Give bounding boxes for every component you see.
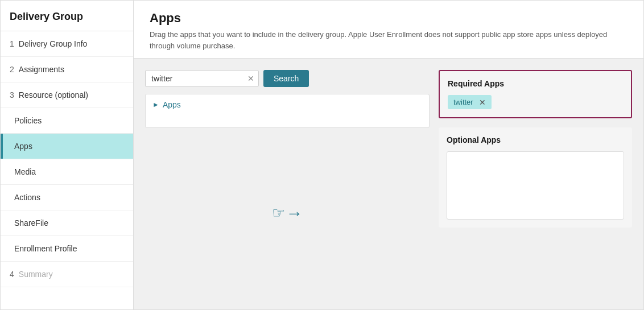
optional-apps-title: Optional Apps (447, 135, 624, 144)
sidebar-item-media[interactable]: Media (1, 159, 133, 185)
right-arrow-icon: → (286, 204, 303, 223)
sidebar-item-label: Actions (14, 193, 40, 202)
sidebar-item-enrollment-profile[interactable]: Enrollment Profile (1, 236, 133, 262)
sidebar-item-policies[interactable]: Policies (1, 108, 133, 134)
drag-area: ☞ → (145, 128, 430, 298)
sidebar-item-summary[interactable]: 4 Summary (1, 262, 133, 287)
main-header: Apps Drag the apps that you want to incl… (134, 1, 643, 59)
step-num: 3 (10, 90, 14, 100)
right-panel: Required Apps twitter ✕ Optional Apps (439, 70, 632, 298)
sidebar: Delivery Group 1 Delivery Group Info 2 A… (1, 1, 134, 309)
sidebar-item-label: Enrollment Profile (14, 244, 77, 253)
sidebar-item-delivery-group-info[interactable]: 1 Delivery Group Info (1, 31, 133, 57)
main-body: ✕ Search ► Apps ☞ → (134, 59, 643, 309)
required-apps-list: twitter ✕ (448, 95, 623, 109)
tree-section: ► Apps (145, 94, 430, 128)
search-input-wrap: ✕ (145, 70, 259, 87)
drag-arrow: ☞ → (272, 204, 303, 223)
search-bar: ✕ Search (145, 70, 430, 87)
page-description: Drag the apps that you want to include i… (150, 29, 628, 51)
sidebar-item-label: Apps (14, 142, 32, 151)
sidebar-item-label: Assignments (19, 65, 64, 74)
page-title: Apps (150, 11, 628, 26)
main-content: Apps Drag the apps that you want to incl… (134, 1, 643, 309)
sidebar-item-label: Delivery Group Info (19, 39, 88, 48)
step-num: 1 (10, 39, 14, 48)
clear-icon[interactable]: ✕ (247, 75, 254, 82)
tree-arrow-icon: ► (152, 101, 159, 109)
optional-apps-area (447, 151, 624, 220)
tree-item-label: Apps (163, 100, 181, 109)
sidebar-item-label: Media (14, 167, 36, 176)
sidebar-item-actions[interactable]: Actions (1, 185, 133, 210)
sidebar-item-label: Summary (19, 270, 53, 279)
app-tag-close-icon[interactable]: ✕ (479, 98, 486, 106)
step-num: 4 (10, 270, 14, 279)
sidebar-item-resource-optional[interactable]: 3 Resource (optional) (1, 82, 133, 108)
optional-apps-box: Optional Apps (439, 127, 632, 228)
app-tag-twitter: twitter ✕ (448, 95, 492, 109)
sidebar-item-label: Resource (optional) (19, 90, 88, 100)
search-input[interactable] (145, 70, 259, 87)
required-apps-box: Required Apps twitter ✕ (439, 70, 632, 118)
tree-item-apps[interactable]: ► Apps (152, 100, 422, 109)
sidebar-item-sharefile[interactable]: ShareFile (1, 210, 133, 236)
nav-section: 1 Delivery Group Info 2 Assignments 3 Re… (1, 31, 133, 287)
sidebar-item-apps[interactable]: Apps (1, 134, 133, 159)
sidebar-title: Delivery Group (1, 1, 133, 31)
sidebar-item-label: Policies (14, 116, 42, 125)
search-button[interactable]: Search (263, 70, 309, 87)
hand-pointer-icon: ☞ (272, 204, 285, 222)
required-apps-title: Required Apps (448, 79, 623, 88)
sidebar-item-label: ShareFile (14, 218, 48, 228)
step-num: 2 (10, 65, 14, 74)
sidebar-item-assignments[interactable]: 2 Assignments (1, 57, 133, 82)
app-tag-label: twitter (453, 98, 473, 106)
left-panel: ✕ Search ► Apps ☞ → (145, 70, 430, 298)
